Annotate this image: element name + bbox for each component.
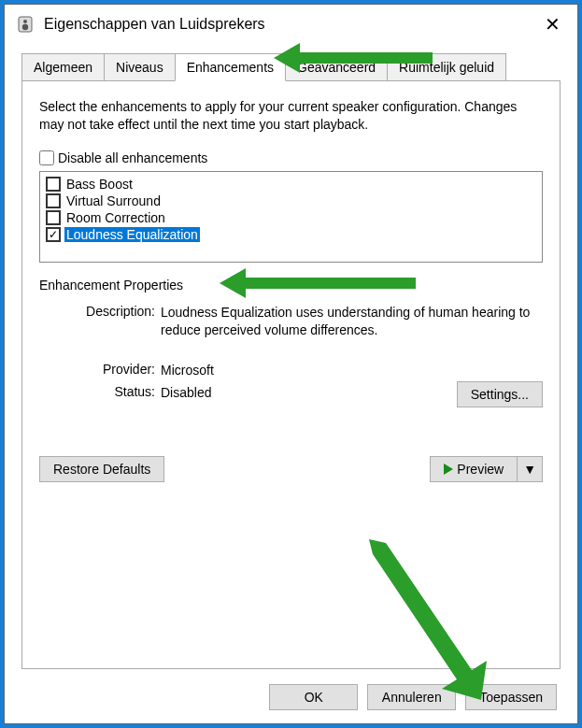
close-button[interactable]: ✕	[538, 13, 566, 36]
titlebar: Eigenschappen van Luidsprekers ✕	[5, 5, 577, 44]
preview-button[interactable]: Preview	[430, 456, 517, 482]
restore-defaults-button[interactable]: Restore Defaults	[39, 456, 164, 482]
checkbox-icon[interactable]	[46, 210, 61, 225]
dialog-button-row: OK Annuleren Toepassen	[5, 671, 577, 723]
checkbox-icon[interactable]	[46, 193, 61, 208]
provider-row: Provider: Microsoft	[39, 362, 543, 379]
svg-point-2	[22, 24, 28, 30]
tab-enhancements[interactable]: Enhancements	[175, 53, 286, 81]
properties-window: Eigenschappen van Luidsprekers ✕ Algemee…	[4, 4, 578, 724]
panel-bottom-row: Restore Defaults Preview ▼	[39, 456, 543, 482]
content-area: Algemeen Niveaus Enhancements Geavanceer…	[5, 44, 577, 671]
description-value: Loudness Equalization uses understanding…	[161, 304, 543, 339]
preview-button-group: Preview ▼	[430, 456, 543, 482]
enhancement-properties-group: Enhancement Properties Description: Loud…	[39, 278, 543, 408]
tab-ruimtelijk[interactable]: Ruimtelijk geluid	[387, 53, 506, 80]
preview-dropdown-button[interactable]: ▼	[517, 456, 543, 482]
list-item[interactable]: Room Correction	[46, 209, 536, 226]
list-item[interactable]: Bass Boost	[46, 176, 536, 193]
tab-algemeen[interactable]: Algemeen	[21, 53, 105, 80]
tab-niveaus[interactable]: Niveaus	[104, 53, 176, 80]
apply-button[interactable]: Toepassen	[465, 684, 557, 710]
settings-button[interactable]: Settings...	[457, 381, 543, 407]
disable-all-checkbox[interactable]	[39, 150, 54, 165]
play-icon	[444, 464, 453, 475]
description-label: Description:	[39, 304, 161, 339]
enhancement-label: Room Correction	[64, 210, 167, 225]
disable-all-row: Disable all enhancements	[39, 150, 543, 165]
provider-label: Provider:	[39, 362, 161, 379]
tab-panel-enhancements: Select the enhancements to apply for you…	[21, 80, 561, 669]
svg-point-1	[23, 20, 27, 23]
speaker-icon	[16, 15, 35, 34]
cancel-button[interactable]: Annuleren	[367, 684, 456, 710]
preview-label: Preview	[457, 462, 504, 477]
enhancements-list[interactable]: Bass Boost Virtual Surround Room Correct…	[39, 171, 543, 263]
list-item[interactable]: Virtual Surround	[46, 193, 536, 209]
window-title: Eigenschappen van Luidsprekers	[44, 16, 538, 33]
status-label: Status:	[39, 384, 161, 402]
enhancement-label: Bass Boost	[64, 177, 135, 192]
provider-value: Microsoft	[161, 362, 543, 379]
checkbox-icon[interactable]	[46, 177, 61, 192]
list-item[interactable]: ✓ Loudness Equalization	[46, 226, 536, 243]
tab-strip: Algemeen Niveaus Enhancements Geavanceer…	[21, 53, 561, 80]
enhancement-label: Virtual Surround	[64, 193, 163, 208]
enhancement-label: Loudness Equalization	[64, 227, 200, 242]
properties-title: Enhancement Properties	[39, 278, 543, 293]
checkbox-checked-icon[interactable]: ✓	[46, 227, 61, 242]
ok-button[interactable]: OK	[269, 684, 358, 710]
description-row: Description: Loudness Equalization uses …	[39, 304, 543, 339]
tab-geavanceerd[interactable]: Geavanceerd	[285, 53, 388, 80]
panel-description: Select the enhancements to apply for you…	[39, 98, 543, 134]
disable-all-label: Disable all enhancements	[58, 150, 207, 165]
